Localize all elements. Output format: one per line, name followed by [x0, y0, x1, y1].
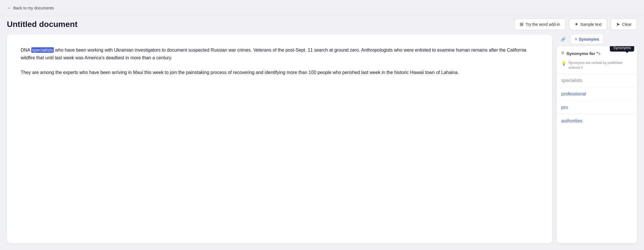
synonym-item[interactable]: pro	[557, 101, 637, 114]
highlighted-word[interactable]: specialists	[31, 47, 54, 53]
synonyms-header-icon: ⑂	[561, 51, 564, 56]
synonym-list: specialistsprofessionalproauthorities	[557, 74, 637, 128]
word-addin-button[interactable]: ⊞ Try the word add-in	[514, 18, 566, 30]
synonym-item[interactable]: authorities	[557, 114, 637, 128]
sample-text-button[interactable]: ✦ Sample text	[569, 18, 607, 30]
paragraph-1: DNA specialists who have been working wi…	[21, 46, 538, 62]
clear-icon: ➤	[616, 22, 620, 27]
top-bar: ← Back to my documents	[0, 0, 644, 16]
star-icon: ✦	[574, 22, 578, 27]
sample-text-label: Sample text	[581, 22, 602, 27]
editor-container[interactable]: DNA specialists who have been working wi…	[7, 35, 552, 243]
tab-search[interactable]: 🔗	[557, 35, 570, 44]
panel-tabs: 🔗 ⑂ Synonyms	[557, 35, 637, 46]
back-link-label: Back to my documents	[13, 6, 54, 10]
synonyms-tab-label: Synonyms	[579, 37, 599, 42]
clear-label: Clear	[622, 22, 632, 27]
document-header: Untitled document ⊞ Try the word add-in …	[0, 16, 644, 35]
right-panel: 🔗 ⑂ Synonyms Synonyms ⑂ Synonyms for "s …	[557, 35, 637, 243]
synonyms-panel: Synonyms ⑂ Synonyms for "s 💡 Synonyms ar…	[557, 46, 637, 243]
synonyms-tab-icon: ⑂	[575, 37, 577, 42]
tooltip: Synonyms	[610, 46, 634, 52]
clear-button[interactable]: ➤ Clear	[611, 18, 637, 30]
back-link[interactable]: ← Back to my documents	[7, 5, 54, 11]
word-icon: ⊞	[520, 22, 523, 27]
word-addin-label: Try the word add-in	[526, 22, 560, 27]
synonyms-info: 💡 Synonyms are ranked by published scien…	[557, 58, 637, 74]
synonym-item[interactable]: professional	[557, 87, 637, 101]
synonyms-query: s	[598, 51, 600, 56]
main-area: DNA specialists who have been working wi…	[0, 35, 644, 250]
synonym-item[interactable]: specialists	[557, 74, 637, 87]
header-actions: ⊞ Try the word add-in ✦ Sample text ➤ Cl…	[514, 18, 637, 30]
tab-synonyms[interactable]: ⑂ Synonyms	[571, 35, 603, 44]
back-arrow-icon: ←	[7, 5, 11, 11]
synonyms-for-label: Synonyms for "s	[566, 51, 600, 56]
search-tab-icon: 🔗	[561, 37, 566, 42]
document-title: Untitled document	[7, 20, 78, 29]
editor-text: DNA specialists who have been working wi…	[21, 46, 538, 77]
bulb-icon: 💡	[561, 61, 566, 67]
paragraph-2: They are among the experts who have been…	[21, 69, 538, 76]
synonyms-info-text: Synonyms are ranked by published science…	[568, 60, 633, 70]
